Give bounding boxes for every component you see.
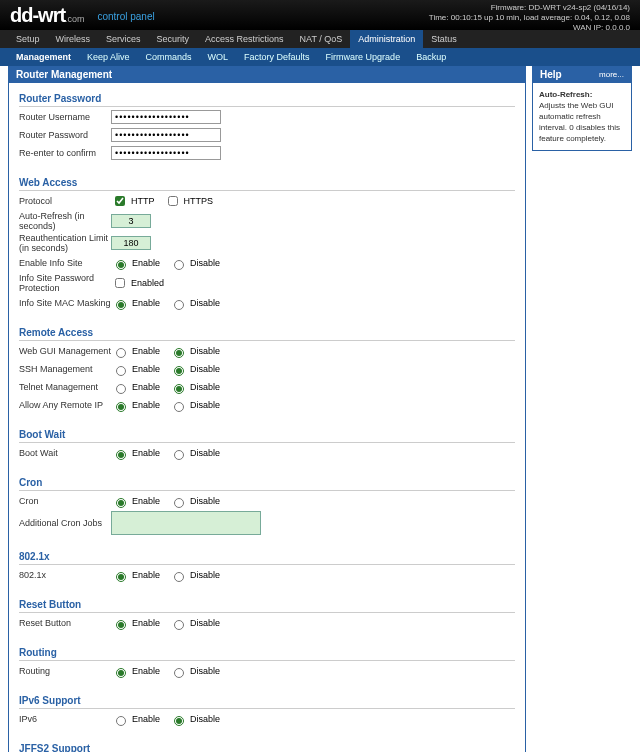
infopw-cb-label: Enabled	[131, 278, 164, 288]
section-web-access: Web Access	[19, 175, 515, 191]
disable-radio[interactable]	[174, 402, 184, 412]
tab-setup[interactable]: Setup	[8, 30, 48, 48]
boot-radio[interactable]: EnableDisable	[111, 447, 226, 460]
enable-radio[interactable]	[116, 384, 126, 394]
tab-administration[interactable]: Administration	[350, 30, 423, 48]
enable-label: Enable	[132, 364, 160, 374]
subtab-firmware-upgrade[interactable]: Firmware Upgrade	[318, 48, 409, 66]
remote-ssh-label: SSH Management	[19, 364, 111, 374]
routing-label: Routing	[19, 666, 111, 676]
enable-radio[interactable]	[116, 716, 126, 726]
help-body: Adjusts the Web GUI automatic refresh in…	[539, 101, 620, 143]
8021x-radio[interactable]: EnableDisable	[111, 569, 226, 582]
confirm-input[interactable]	[111, 146, 221, 160]
tab-security[interactable]: Security	[149, 30, 198, 48]
remote-ssh-radio[interactable]: EnableDisable	[111, 363, 226, 376]
section-cron: Cron	[19, 475, 515, 491]
username-input[interactable]	[111, 110, 221, 124]
enable-label: Enable	[132, 258, 160, 268]
disable-label: Disable	[190, 714, 220, 724]
disable-radio[interactable]	[174, 384, 184, 394]
reset-radio[interactable]: EnableDisable	[111, 617, 226, 630]
infopw-checkbox[interactable]	[115, 278, 125, 288]
section-remote: Remote Access	[19, 325, 515, 341]
disable-radio[interactable]	[174, 260, 184, 270]
enable-radio[interactable]	[116, 620, 126, 630]
disable-radio[interactable]	[174, 620, 184, 630]
disable-label: Disable	[190, 364, 220, 374]
disable-label: Disable	[190, 298, 220, 308]
control-panel-label: control panel	[97, 11, 154, 22]
section-ipv6: IPv6 Support	[19, 693, 515, 709]
confirm-label: Re-enter to confirm	[19, 148, 111, 158]
enable-radio[interactable]	[116, 300, 126, 310]
firmware-text: Firmware: DD-WRT v24-sp2 (04/16/14)	[429, 3, 630, 13]
tab-access-restrictions[interactable]: Access Restrictions	[197, 30, 292, 48]
password-input[interactable]	[111, 128, 221, 142]
subtab-factory-defaults[interactable]: Factory Defaults	[236, 48, 318, 66]
header: dd-wrt.com control panel Firmware: DD-WR…	[0, 0, 640, 30]
8021x-label: 802.1x	[19, 570, 111, 580]
disable-label: Disable	[190, 400, 220, 410]
password-label: Router Password	[19, 130, 111, 140]
wanip-text: WAN IP: 0.0.0.0	[429, 23, 630, 33]
disable-label: Disable	[190, 570, 220, 580]
disable-radio[interactable]	[174, 450, 184, 460]
enable-radio[interactable]	[116, 348, 126, 358]
enable-radio[interactable]	[116, 450, 126, 460]
subtab-wol[interactable]: WOL	[200, 48, 237, 66]
routing-radio[interactable]: EnableDisable	[111, 665, 226, 678]
disable-radio[interactable]	[174, 668, 184, 678]
remote-anyip-radio[interactable]: EnableDisable	[111, 399, 226, 412]
sub-tabs: ManagementKeep AliveCommandsWOLFactory D…	[0, 48, 640, 66]
remote-telnet-radio[interactable]: EnableDisable	[111, 381, 226, 394]
enable-label: Enable	[132, 618, 160, 628]
ipv6-radio[interactable]: EnableDisable	[111, 713, 226, 726]
disable-radio[interactable]	[174, 716, 184, 726]
infosite-radio[interactable]: EnableDisable	[111, 257, 226, 270]
subtab-management[interactable]: Management	[8, 48, 79, 66]
macmask-radio[interactable]: EnableDisable	[111, 297, 226, 310]
http-checkbox[interactable]	[115, 196, 125, 206]
section-8021x: 802.1x	[19, 549, 515, 565]
enable-radio[interactable]	[116, 260, 126, 270]
enable-label: Enable	[132, 448, 160, 458]
remote-web-radio[interactable]: EnableDisable	[111, 345, 226, 358]
subtab-commands[interactable]: Commands	[138, 48, 200, 66]
disable-radio[interactable]	[174, 300, 184, 310]
remote-telnet-label: Telnet Management	[19, 382, 111, 392]
remote-anyip-label: Allow Any Remote IP	[19, 400, 111, 410]
page-title: Router Management	[16, 69, 112, 80]
tab-nat-qos[interactable]: NAT / QoS	[292, 30, 351, 48]
tab-wireless[interactable]: Wireless	[48, 30, 99, 48]
disable-radio[interactable]	[174, 348, 184, 358]
help-more-link[interactable]: more...	[599, 70, 624, 79]
disable-radio[interactable]	[174, 572, 184, 582]
enable-label: Enable	[132, 346, 160, 356]
enable-radio[interactable]	[116, 668, 126, 678]
enable-label: Enable	[132, 400, 160, 410]
disable-label: Disable	[190, 448, 220, 458]
reauth-input[interactable]	[111, 236, 151, 250]
subtab-keep-alive[interactable]: Keep Alive	[79, 48, 138, 66]
cronjobs-input[interactable]	[111, 511, 261, 535]
disable-radio[interactable]	[174, 498, 184, 508]
section-routing: Routing	[19, 645, 515, 661]
infosite-label: Enable Info Site	[19, 258, 111, 268]
enable-radio[interactable]	[116, 402, 126, 412]
section-router-password: Router Password	[19, 91, 515, 107]
autorefresh-input[interactable]	[111, 214, 151, 228]
tab-services[interactable]: Services	[98, 30, 149, 48]
https-checkbox[interactable]	[168, 196, 178, 206]
enable-radio[interactable]	[116, 572, 126, 582]
enable-radio[interactable]	[116, 498, 126, 508]
enable-label: Enable	[132, 570, 160, 580]
uptime-text: Time: 00:10:15 up 10 min, load average: …	[429, 13, 630, 23]
boot-label: Boot Wait	[19, 448, 111, 458]
cron-radio[interactable]: EnableDisable	[111, 495, 226, 508]
help-heading: Auto-Refresh:	[539, 90, 592, 99]
enable-radio[interactable]	[116, 366, 126, 376]
disable-radio[interactable]	[174, 366, 184, 376]
enable-label: Enable	[132, 496, 160, 506]
subtab-backup[interactable]: Backup	[408, 48, 454, 66]
